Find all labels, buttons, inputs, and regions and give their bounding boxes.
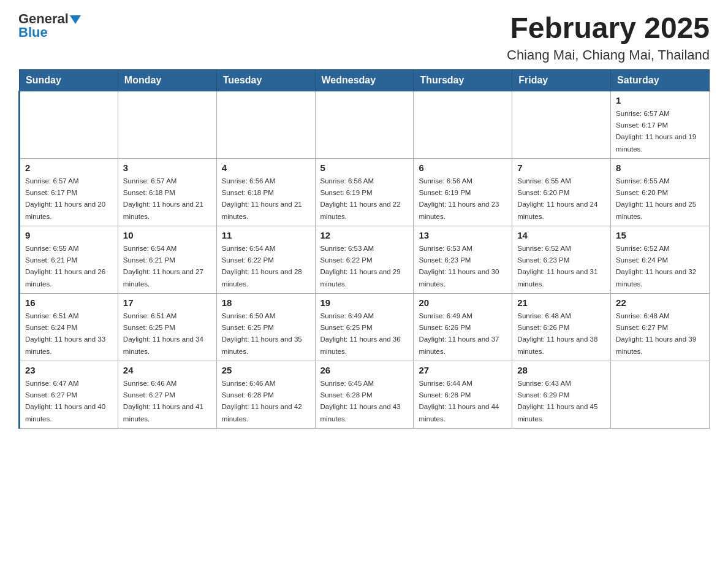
day-info: Sunrise: 6:46 AMSunset: 6:27 PMDaylight:… bbox=[123, 380, 203, 423]
week-row-1: 1 Sunrise: 6:57 AMSunset: 6:17 PMDayligh… bbox=[20, 91, 710, 158]
header-monday: Monday bbox=[118, 69, 216, 91]
logo: General Blue bbox=[18, 12, 81, 39]
day-number: 8 bbox=[616, 163, 704, 173]
week-row-2: 2 Sunrise: 6:57 AMSunset: 6:17 PMDayligh… bbox=[20, 158, 710, 226]
day-number: 24 bbox=[123, 365, 211, 375]
day-info: Sunrise: 6:55 AMSunset: 6:20 PMDaylight:… bbox=[616, 177, 696, 220]
day-info: Sunrise: 6:54 AMSunset: 6:21 PMDaylight:… bbox=[123, 245, 203, 288]
calendar-cell-w5-d6: 28 Sunrise: 6:43 AMSunset: 6:29 PMDaylig… bbox=[512, 361, 611, 428]
day-number: 7 bbox=[517, 163, 605, 173]
day-number: 26 bbox=[320, 365, 409, 375]
day-info: Sunrise: 6:53 AMSunset: 6:22 PMDaylight:… bbox=[320, 245, 401, 288]
day-info: Sunrise: 6:49 AMSunset: 6:26 PMDaylight:… bbox=[419, 312, 499, 355]
calendar-cell-w5-d2: 24 Sunrise: 6:46 AMSunset: 6:27 PMDaylig… bbox=[118, 361, 216, 428]
day-number: 14 bbox=[517, 230, 605, 240]
day-number: 2 bbox=[25, 163, 113, 173]
day-info: Sunrise: 6:44 AMSunset: 6:28 PMDaylight:… bbox=[419, 380, 499, 423]
day-number: 27 bbox=[419, 365, 507, 375]
calendar-table: Sunday Monday Tuesday Wednesday Thursday… bbox=[18, 69, 710, 429]
day-number: 16 bbox=[25, 297, 113, 308]
calendar-cell-w1-d6 bbox=[512, 91, 611, 158]
header-saturday: Saturday bbox=[611, 69, 710, 91]
week-row-4: 16 Sunrise: 6:51 AMSunset: 6:24 PMDaylig… bbox=[20, 293, 710, 361]
day-info: Sunrise: 6:56 AMSunset: 6:18 PMDaylight:… bbox=[222, 177, 302, 220]
day-info: Sunrise: 6:53 AMSunset: 6:23 PMDaylight:… bbox=[419, 245, 499, 288]
day-number: 28 bbox=[517, 365, 605, 375]
day-number: 13 bbox=[419, 230, 507, 240]
day-info: Sunrise: 6:56 AMSunset: 6:19 PMDaylight:… bbox=[320, 177, 401, 220]
calendar-cell-w3-d6: 14 Sunrise: 6:52 AMSunset: 6:23 PMDaylig… bbox=[512, 226, 611, 293]
calendar-cell-w2-d1: 2 Sunrise: 6:57 AMSunset: 6:17 PMDayligh… bbox=[20, 158, 118, 226]
title-area: February 2025 Chiang Mai, Chiang Mai, Th… bbox=[507, 12, 710, 63]
day-number: 21 bbox=[517, 297, 605, 308]
header-thursday: Thursday bbox=[414, 69, 512, 91]
day-number: 25 bbox=[222, 365, 310, 375]
day-number: 3 bbox=[123, 163, 211, 173]
day-info: Sunrise: 6:57 AMSunset: 6:17 PMDaylight:… bbox=[616, 110, 696, 153]
day-info: Sunrise: 6:57 AMSunset: 6:18 PMDaylight:… bbox=[123, 177, 203, 220]
day-number: 10 bbox=[123, 230, 211, 240]
calendar-cell-w5-d1: 23 Sunrise: 6:47 AMSunset: 6:27 PMDaylig… bbox=[20, 361, 118, 428]
calendar-cell-w4-d6: 21 Sunrise: 6:48 AMSunset: 6:26 PMDaylig… bbox=[512, 293, 611, 361]
day-info: Sunrise: 6:46 AMSunset: 6:28 PMDaylight:… bbox=[222, 380, 302, 423]
day-info: Sunrise: 6:49 AMSunset: 6:25 PMDaylight:… bbox=[320, 312, 401, 355]
calendar-cell-w4-d1: 16 Sunrise: 6:51 AMSunset: 6:24 PMDaylig… bbox=[20, 293, 118, 361]
day-number: 17 bbox=[123, 297, 211, 308]
header-tuesday: Tuesday bbox=[216, 69, 315, 91]
calendar-cell-w1-d4 bbox=[315, 91, 414, 158]
day-info: Sunrise: 6:47 AMSunset: 6:27 PMDaylight:… bbox=[25, 380, 105, 423]
day-info: Sunrise: 6:52 AMSunset: 6:24 PMDaylight:… bbox=[616, 245, 696, 288]
day-number: 23 bbox=[25, 365, 113, 375]
calendar-cell-w4-d4: 19 Sunrise: 6:49 AMSunset: 6:25 PMDaylig… bbox=[315, 293, 414, 361]
day-info: Sunrise: 6:50 AMSunset: 6:25 PMDaylight:… bbox=[222, 312, 302, 355]
logo-top-line: General bbox=[18, 12, 81, 26]
main-title: February 2025 bbox=[507, 12, 710, 45]
day-info: Sunrise: 6:43 AMSunset: 6:29 PMDaylight:… bbox=[517, 380, 597, 423]
day-number: 9 bbox=[25, 230, 113, 240]
subtitle: Chiang Mai, Chiang Mai, Thailand bbox=[507, 47, 710, 63]
day-number: 19 bbox=[320, 297, 409, 308]
calendar-cell-w5-d5: 27 Sunrise: 6:44 AMSunset: 6:28 PMDaylig… bbox=[414, 361, 512, 428]
calendar-cell-w4-d2: 17 Sunrise: 6:51 AMSunset: 6:25 PMDaylig… bbox=[118, 293, 216, 361]
calendar-cell-w4-d5: 20 Sunrise: 6:49 AMSunset: 6:26 PMDaylig… bbox=[414, 293, 512, 361]
day-number: 20 bbox=[419, 297, 507, 308]
calendar-cell-w1-d1 bbox=[20, 91, 118, 158]
day-info: Sunrise: 6:55 AMSunset: 6:20 PMDaylight:… bbox=[517, 177, 597, 220]
days-header-row: Sunday Monday Tuesday Wednesday Thursday… bbox=[20, 69, 710, 91]
calendar-cell-w5-d7 bbox=[611, 361, 710, 428]
day-info: Sunrise: 6:48 AMSunset: 6:26 PMDaylight:… bbox=[517, 312, 597, 355]
day-info: Sunrise: 6:52 AMSunset: 6:23 PMDaylight:… bbox=[517, 245, 597, 288]
calendar-cell-w1-d5 bbox=[414, 91, 512, 158]
calendar-cell-w4-d7: 22 Sunrise: 6:48 AMSunset: 6:27 PMDaylig… bbox=[611, 293, 710, 361]
week-row-3: 9 Sunrise: 6:55 AMSunset: 6:21 PMDayligh… bbox=[20, 226, 710, 293]
day-number: 4 bbox=[222, 163, 310, 173]
day-info: Sunrise: 6:55 AMSunset: 6:21 PMDaylight:… bbox=[25, 245, 105, 288]
day-number: 18 bbox=[222, 297, 310, 308]
calendar-cell-w1-d3 bbox=[216, 91, 315, 158]
day-number: 15 bbox=[616, 230, 704, 240]
logo-blue-text: Blue bbox=[18, 26, 48, 39]
logo-triangle-icon bbox=[70, 15, 81, 24]
calendar-cell-w1-d7: 1 Sunrise: 6:57 AMSunset: 6:17 PMDayligh… bbox=[611, 91, 710, 158]
day-number: 12 bbox=[320, 230, 409, 240]
calendar-cell-w3-d7: 15 Sunrise: 6:52 AMSunset: 6:24 PMDaylig… bbox=[611, 226, 710, 293]
day-info: Sunrise: 6:57 AMSunset: 6:17 PMDaylight:… bbox=[25, 177, 105, 220]
calendar-cell-w2-d7: 8 Sunrise: 6:55 AMSunset: 6:20 PMDayligh… bbox=[611, 158, 710, 226]
calendar-cell-w5-d4: 26 Sunrise: 6:45 AMSunset: 6:28 PMDaylig… bbox=[315, 361, 414, 428]
header-sunday: Sunday bbox=[20, 69, 118, 91]
page-header: General Blue February 2025 Chiang Mai, C… bbox=[18, 12, 710, 63]
header-friday: Friday bbox=[512, 69, 611, 91]
day-info: Sunrise: 6:51 AMSunset: 6:24 PMDaylight:… bbox=[25, 312, 105, 355]
day-info: Sunrise: 6:45 AMSunset: 6:28 PMDaylight:… bbox=[320, 380, 401, 423]
calendar-cell-w2-d6: 7 Sunrise: 6:55 AMSunset: 6:20 PMDayligh… bbox=[512, 158, 611, 226]
calendar-cell-w2-d4: 5 Sunrise: 6:56 AMSunset: 6:19 PMDayligh… bbox=[315, 158, 414, 226]
calendar-cell-w2-d5: 6 Sunrise: 6:56 AMSunset: 6:19 PMDayligh… bbox=[414, 158, 512, 226]
calendar-cell-w4-d3: 18 Sunrise: 6:50 AMSunset: 6:25 PMDaylig… bbox=[216, 293, 315, 361]
calendar-cell-w1-d2 bbox=[118, 91, 216, 158]
calendar-cell-w5-d3: 25 Sunrise: 6:46 AMSunset: 6:28 PMDaylig… bbox=[216, 361, 315, 428]
day-number: 22 bbox=[616, 297, 704, 308]
day-info: Sunrise: 6:51 AMSunset: 6:25 PMDaylight:… bbox=[123, 312, 203, 355]
calendar-cell-w3-d3: 11 Sunrise: 6:54 AMSunset: 6:22 PMDaylig… bbox=[216, 226, 315, 293]
day-number: 1 bbox=[616, 95, 704, 105]
calendar-cell-w3-d1: 9 Sunrise: 6:55 AMSunset: 6:21 PMDayligh… bbox=[20, 226, 118, 293]
